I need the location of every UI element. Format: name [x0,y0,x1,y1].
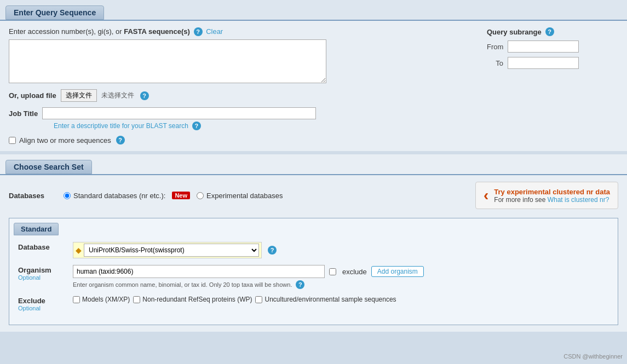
exclude-optional-label: Optional [18,305,73,311]
query-subrange: Query subrange ? From To [487,27,618,73]
jobtitle-hint: Enter a descriptive title for your BLAST… [54,122,476,130]
db-diamond-icon: ◆ [76,246,82,255]
exclude-field-row: Exclude Optional Models (XM/XP) Non-redu… [18,296,609,311]
query-textarea[interactable] [9,39,326,83]
database-field-row: Database ◆ UniProtKB/Swiss-Prot(swisspro… [18,242,609,258]
experimental-db-option[interactable]: Experimental databases [197,192,283,200]
db-options: Standard databases (nr etc.): New Experi… [64,182,618,209]
align-checkbox-label: Align two or more sequences [19,136,111,145]
exclude-refseq-label: Non-redundant RefSeq proteins (WP) [142,296,252,303]
standard-body: Database ◆ UniProtKB/Swiss-Prot(swisspro… [9,235,618,325]
organism-optional-label: Optional [18,274,73,281]
from-label: From [487,43,503,51]
subrange-from-row: From [487,41,618,53]
exclude-checkbox[interactable] [329,268,336,275]
callout-title: Try experimental clustered nr data [494,188,610,196]
from-input[interactable] [508,41,579,53]
standard-db-radio[interactable] [64,192,71,199]
exclude-uncultured-checkbox[interactable] [255,296,262,303]
exclude-field-label: Exclude [18,297,73,305]
standard-subsection-header: Standard [14,223,59,235]
exclude-uncultured-label: Uncultured/environmental sample sequence… [264,296,396,303]
upload-help-icon[interactable]: ? [140,91,149,100]
jobtitle-input[interactable] [42,107,316,119]
add-organism-button[interactable]: Add organism [371,266,424,277]
standard-db-option[interactable]: Standard databases (nr etc.): [64,192,165,200]
exclude-uncultured-option[interactable]: Uncultured/environmental sample sequence… [255,296,396,303]
exclude-models-checkbox[interactable] [73,296,80,303]
experimental-db-label: Experimental databases [206,192,283,200]
jobtitle-help-icon[interactable]: ? [192,122,201,130]
query-section: Enter Query Sequence Enter accession num… [0,0,627,151]
query-section-header: Enter Query Sequence [5,5,104,20]
clustered-nr-link[interactable]: What is clustered nr? [548,196,609,204]
watermark: CSDN @withbeginner [563,353,623,360]
exclude-options-row: Models (XM/XP) Non-redundant RefSeq prot… [73,296,396,303]
upload-row: Or, upload file 选择文件 未选择文件 ? [9,89,476,102]
experimental-db-radio[interactable] [197,192,204,199]
subrange-to-row: To [487,57,618,69]
new-badge: New [172,192,190,199]
choose-file-button[interactable]: 选择文件 [61,89,97,102]
upload-label: Or, upload file [9,91,56,100]
organism-hint: Enter organism common name, binomial, or… [73,280,609,289]
organism-input[interactable] [73,265,325,278]
database-help-icon[interactable]: ? [268,246,277,255]
organism-field-label: Organism [18,266,73,274]
jobtitle-row: Job Title [9,107,476,119]
experimental-callout: ‹ Try experimental clustered nr data For… [475,182,618,209]
align-checkbox-row: Align two or more sequences ? [9,136,476,145]
databases-label: Databases [9,192,64,200]
callout-content: Try experimental clustered nr data For m… [494,188,610,204]
database-field-label: Database [18,243,73,251]
align-checkbox[interactable] [9,137,16,144]
subrange-help-icon[interactable]: ? [545,27,554,36]
standard-box: Standard Database ◆ UniProtKB/Swiss-Prot… [9,218,618,325]
exclude-models-label: Models (XM/XP) [82,296,130,303]
clear-link[interactable]: Clear [206,27,223,36]
databases-row: Databases Standard databases (nr etc.): … [9,182,618,209]
db-select[interactable]: UniProtKB/Swiss-Prot(swissprot) nr refse… [84,244,259,257]
callout-arrow-icon: ‹ [484,187,488,204]
search-set-section: Choose Search Set Databases Standard dat… [0,154,627,332]
query-input-label: Enter accession number(s), gi(s), or FAS… [9,27,476,36]
exclude-label: exclude [342,268,367,276]
standard-db-label: Standard databases (nr etc.): [73,192,165,200]
exclude-refseq-option[interactable]: Non-redundant RefSeq proteins (WP) [133,296,252,303]
align-help-icon[interactable]: ? [116,136,125,145]
no-file-label: 未选择文件 [101,91,134,100]
organism-hint-help-icon[interactable]: ? [296,280,304,289]
to-label: To [487,59,503,67]
to-input[interactable] [508,57,579,69]
search-set-header: Choose Search Set [5,160,92,174]
db-select-wrapper: ◆ UniProtKB/Swiss-Prot(swissprot) nr ref… [73,242,262,258]
organism-field-row: Organism Optional exclude Add organism E… [18,265,609,289]
exclude-models-option[interactable]: Models (XM/XP) [73,296,130,303]
jobtitle-label: Job Title [9,109,38,118]
exclude-refseq-checkbox[interactable] [133,296,140,303]
query-help-icon[interactable]: ? [194,27,203,36]
